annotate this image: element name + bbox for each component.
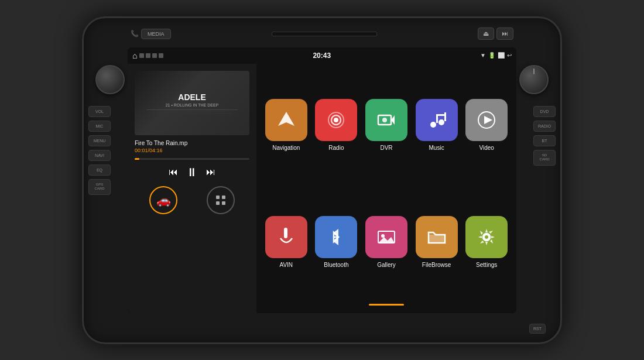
wifi-icon: ▼	[480, 52, 486, 59]
status-bar-left: ⌂	[132, 51, 163, 60]
music-icon	[416, 99, 458, 141]
music-player: ADELE 21 • ROLLING IN THE DEEP Fire To T…	[128, 64, 256, 313]
dot-2	[222, 196, 225, 199]
sd-card-button[interactable]: SDCARD	[533, 150, 556, 166]
menu-dots	[214, 193, 228, 207]
pause-button[interactable]: ⏸	[186, 166, 198, 179]
app-grid: Navigation Radio	[256, 64, 516, 313]
app-bluetooth[interactable]: Bluetooth	[311, 187, 362, 298]
eq-button[interactable]: EQ	[88, 164, 111, 176]
gps-card-button[interactable]: GPSCARD	[88, 179, 111, 196]
gallery-icon	[365, 216, 407, 258]
svg-marker-20	[378, 237, 395, 243]
app-music[interactable]: Music	[412, 70, 462, 181]
video-icon	[465, 99, 508, 141]
svg-point-24	[485, 235, 488, 239]
prev-button[interactable]: ⏮	[169, 167, 178, 177]
status-dot-3	[152, 53, 157, 58]
dvd-button[interactable]: DVD	[533, 106, 556, 117]
bluetooth-label: Bluetooth	[324, 262, 348, 268]
progress-bar[interactable]	[135, 158, 249, 160]
screen: ⌂ 20:43 ▼ 🔋 ⬜ ↩	[128, 47, 516, 313]
radio-icon	[315, 99, 357, 141]
track-name: Fire To The Rain.mp	[135, 140, 249, 146]
artist-name: ADELE	[178, 92, 205, 102]
top-bar: 📞 MEDIA ⏏ ⏭	[131, 25, 513, 43]
screen-content: ADELE 21 • ROLLING IN THE DEEP Fire To T…	[128, 64, 516, 313]
vol-button[interactable]: VOL	[88, 106, 111, 117]
app-gallery[interactable]: Gallery	[361, 187, 412, 298]
menu-icon[interactable]	[207, 186, 235, 214]
radio-label: Radio	[328, 145, 344, 151]
status-bar-right: ▼ 🔋 ⬜ ↩	[480, 52, 512, 59]
filebrowser-icon	[416, 216, 458, 258]
progress-fill	[135, 158, 139, 160]
navigation-icon	[265, 99, 307, 141]
album-sub: 21 • ROLLING IN THE DEEP	[166, 103, 219, 107]
app-video[interactable]: Video	[461, 70, 512, 181]
back-icon: ↩	[507, 52, 512, 59]
home-icon[interactable]: ⌂	[132, 51, 137, 60]
vol-knob[interactable]	[95, 65, 125, 94]
album-art: ADELE 21 • ROLLING IN THE DEEP	[135, 71, 249, 135]
bottom-icons: 🚗	[135, 186, 249, 214]
app-filebrowser[interactable]: FileBrowse	[412, 187, 462, 298]
phone-icon: 📞	[131, 30, 139, 37]
navi-button[interactable]: NAVI	[88, 150, 111, 161]
dot-1	[216, 196, 220, 199]
album-art-inner: ADELE 21 • ROLLING IN THE DEEP	[135, 71, 249, 135]
cd-slot	[272, 32, 377, 36]
tune-knob[interactable]	[519, 65, 549, 94]
track-time: 00:01/04:16	[135, 148, 249, 153]
status-bar: ⌂ 20:43 ▼ 🔋 ⬜ ↩	[128, 47, 516, 64]
top-center	[272, 32, 377, 36]
dvr-icon	[365, 99, 407, 141]
media-button[interactable]: MEDIA	[141, 29, 171, 39]
avin-icon	[265, 216, 307, 258]
svg-rect-11	[436, 114, 444, 116]
bt-button[interactable]: BT	[533, 135, 556, 146]
mic-button[interactable]: MIC	[88, 121, 111, 132]
svg-rect-21	[429, 235, 445, 243]
app-dvr[interactable]: DVR	[361, 70, 412, 181]
clock: 20:43	[313, 52, 331, 60]
filebrowser-label: FileBrowse	[422, 262, 451, 268]
side-buttons-left: VOL MIC MENU NAVI EQ GPSCARD	[88, 106, 111, 196]
settings-icon	[465, 216, 508, 258]
avin-label: AVIN	[279, 262, 293, 268]
indicator-line	[369, 304, 404, 306]
svg-point-7	[430, 122, 436, 128]
car-symbol: 🚗	[156, 193, 171, 207]
dvr-label: DVR	[380, 145, 392, 151]
app-row-1: Navigation Radio	[261, 70, 512, 181]
eject-button[interactable]: ⏏	[478, 28, 494, 40]
app-settings[interactable]: Settings	[461, 187, 512, 298]
svg-marker-13	[484, 116, 492, 124]
svg-marker-0	[278, 112, 294, 126]
dot-3	[216, 201, 220, 205]
car-icon[interactable]: 🚗	[149, 186, 177, 214]
svg-rect-14	[284, 228, 287, 238]
app-row-2: AVIN	[261, 187, 512, 298]
next-button[interactable]: ⏭	[206, 167, 215, 177]
status-dot-1	[139, 53, 144, 58]
skip-button[interactable]: ⏭	[496, 28, 513, 40]
battery-icon: 🔋	[488, 52, 495, 59]
music-label: Music	[429, 145, 444, 151]
bluetooth-icon	[315, 216, 357, 258]
gallery-label: Gallery	[377, 262, 396, 268]
svg-point-6	[382, 118, 387, 122]
dot-4	[222, 201, 225, 205]
app-radio[interactable]: Radio	[311, 70, 362, 181]
radio-button[interactable]: RADIO	[533, 121, 556, 132]
menu-button[interactable]: MENU	[88, 135, 111, 146]
bottom-indicator	[261, 304, 512, 306]
settings-label: Settings	[476, 262, 497, 268]
navigation-label: Navigation	[272, 145, 300, 151]
svg-point-8	[439, 119, 444, 125]
svg-rect-10	[444, 112, 446, 121]
rst-button[interactable]: RST	[529, 324, 546, 334]
app-navigation[interactable]: Navigation	[261, 70, 311, 181]
app-avin[interactable]: AVIN	[261, 187, 311, 298]
player-controls: ⏮ ⏸ ⏭	[135, 166, 249, 179]
